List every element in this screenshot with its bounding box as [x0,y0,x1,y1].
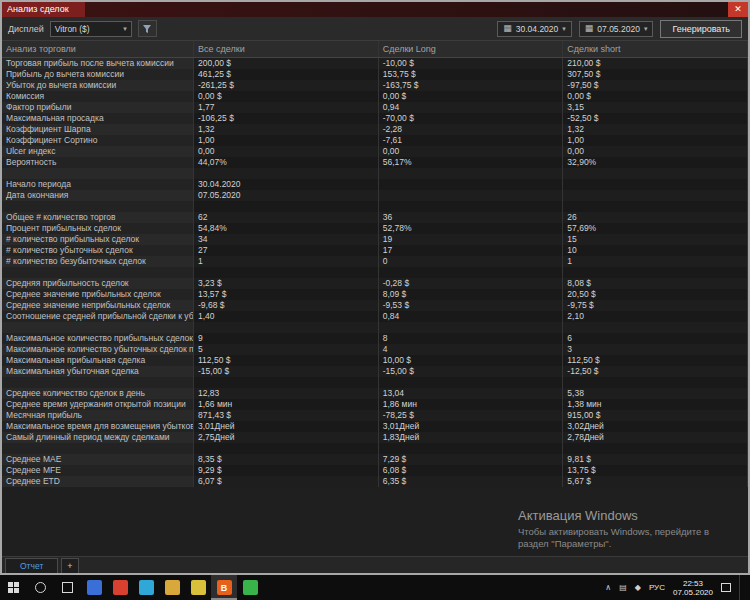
row-value: 1,77 [194,102,379,113]
volume-icon[interactable]: ◆ [635,584,641,592]
system-tray: ∧ ▤ ◆ РУС 22:53 07.05.2020 [605,575,750,600]
table-row[interactable]: Общее # количество торгов623626 [2,212,748,223]
table-row[interactable]: Максимальное время для возмещения убытко… [2,421,748,432]
clock-time: 22:53 [673,579,713,588]
taskbar-app-store[interactable] [133,575,159,600]
table-row[interactable] [2,168,748,179]
row-value: 8,09 $ [379,289,564,300]
row-value: 112,50 $ [194,355,379,366]
table-row[interactable]: Комиссия0,00 $0,00 $0,00 $ [2,91,748,102]
start-button[interactable] [0,575,27,600]
row-value: -0,28 $ [379,278,564,289]
row-label [2,267,194,278]
table-row[interactable]: Фактор прибыли1,770,943,15 [2,102,748,113]
generate-button[interactable]: Генерировать [660,20,742,38]
table-row[interactable]: Среднее количество сделок в день12,8313,… [2,388,748,399]
table-row[interactable]: Дата окончания07.05.2020 [2,190,748,201]
table-row[interactable]: Максимальное количество прибыльных сдело… [2,333,748,344]
row-label: Ulcer индекс [2,146,194,157]
table-row[interactable] [2,322,748,333]
table-row[interactable]: Соотношение средней прибыльной сделки к … [2,311,748,322]
taskbar-clock[interactable]: 22:53 07.05.2020 [673,579,713,597]
table-row[interactable]: # количество убыточных сделок271710 [2,245,748,256]
row-value: 1,40 [194,311,379,322]
row-value [379,377,564,388]
table-row[interactable] [2,201,748,212]
taskbar-app-trading-app[interactable]: В [211,575,237,600]
close-button[interactable]: ✕ [728,2,748,17]
taskbar-app-folder[interactable] [159,575,185,600]
table-row[interactable]: Процент прибыльных сделок54,84%52,78%57,… [2,223,748,234]
row-label: Максимальное количество прибыльных сдело… [2,333,194,344]
table-row[interactable]: Средняя прибыльность сделок3,23 $-0,28 $… [2,278,748,289]
tab-report[interactable]: Отчет [5,558,58,573]
table-row[interactable]: Начало периода30.04.2020 [2,179,748,190]
taskbar-app-green-app[interactable] [237,575,263,600]
action-center-button[interactable] [721,583,731,592]
date-to-picker[interactable]: ▦ 07.05.2020 ▾ [579,21,654,37]
table-row[interactable]: Ulcer индекс0,000,000,00 [2,146,748,157]
row-value [194,322,379,333]
table-row[interactable]: Максимальная убыточная сделка-15,00 $-15… [2,366,748,377]
search-button[interactable] [27,575,54,600]
table-row[interactable]: Среднее значение прибыльных сделок13,57 … [2,289,748,300]
row-value: 2,75Дней [194,432,379,443]
table-row[interactable]: Коэффициент Сортино1,00-7,611,00 [2,135,748,146]
row-value: 1 [194,256,379,267]
table-row[interactable]: Месячная прибыль871,43 $-78,25 $915,00 $ [2,410,748,421]
row-value [563,267,748,278]
row-value: 7,29 $ [379,454,564,465]
table-row[interactable]: Максимальная прибыльная сделка112,50 $10… [2,355,748,366]
row-value: 3 [563,344,748,355]
row-value: -163,75 $ [379,80,564,91]
filter-button[interactable] [138,20,157,37]
table-row[interactable]: Максимальная просадка-106,25 $-70,00 $-5… [2,113,748,124]
table-row[interactable]: Торговая прибыль после вычета комиссии20… [2,58,748,69]
row-label [2,322,194,333]
column-header-all[interactable]: Все сделки [194,41,379,57]
table-row[interactable]: Среднее MFE9,29 $6,08 $13,75 $ [2,465,748,476]
table-row[interactable] [2,267,748,278]
table-row[interactable]: # количество прибыльных сделок341915 [2,234,748,245]
row-label: Коэффициент Шарпа [2,124,194,135]
show-desktop-button[interactable] [739,575,745,600]
taskbar: В ∧ ▤ ◆ РУС 22:53 07.05.2020 [0,575,750,600]
tab-bar: Отчет + [2,556,748,573]
table-row[interactable] [2,377,748,388]
table-row[interactable]: Убыток до вычета комиссии-261,25 $-163,7… [2,80,748,91]
column-header-long[interactable]: Сделки Long [379,41,564,57]
table-row[interactable]: # количество безубыточных сделок101 [2,256,748,267]
task-view-button[interactable] [54,575,81,600]
table-row[interactable]: Среднее ETD6,07 $6,35 $5,67 $ [2,476,748,487]
table-row[interactable] [2,443,748,454]
row-label: Начало периода [2,179,194,190]
column-header-short[interactable]: Сделки short [563,41,748,57]
taskbar-app-mail[interactable] [81,575,107,600]
network-icon[interactable]: ▤ [619,584,627,592]
taskbar-app-files[interactable] [185,575,211,600]
row-value: 62 [194,212,379,223]
table-row[interactable]: Среднее MAE8,35 $7,29 $9,81 $ [2,454,748,465]
row-value: 19 [379,234,564,245]
table-row[interactable]: Прибыль до вычета комиссии461,25 $153,75… [2,69,748,80]
table-row[interactable]: Среднее значение неприбыльных сделок-9,6… [2,300,748,311]
table-row[interactable]: Коэффициент Шарпа1,32-2,281,32 [2,124,748,135]
row-value: -7,61 [379,135,564,146]
row-label: Максимальное количество убыточных сделок… [2,344,194,355]
table-row[interactable]: Среднее время удержания открытой позиции… [2,399,748,410]
hidden-icons-chevron[interactable]: ∧ [605,584,611,592]
add-tab-button[interactable]: + [61,558,78,573]
row-value: 5 [194,344,379,355]
row-value: 0,84 [379,311,564,322]
table-row[interactable]: Максимальное количество убыточных сделок… [2,344,748,355]
table-row[interactable]: Самый длинный период между сделками2,75Д… [2,432,748,443]
clock-date: 07.05.2020 [673,588,713,597]
taskbar-app-browser-red[interactable] [107,575,133,600]
date-from-picker[interactable]: ▦ 30.04.2020 ▾ [497,21,572,37]
row-value: 8,08 $ [563,278,748,289]
language-indicator[interactable]: РУС [649,583,665,592]
table-row[interactable]: Вероятность44,07%56,17%32,90% [2,157,748,168]
column-header-analysis[interactable]: Анализ торговли [2,41,194,57]
display-select[interactable]: Vitron ($) ▾ [50,21,132,37]
row-value: 8,35 $ [194,454,379,465]
